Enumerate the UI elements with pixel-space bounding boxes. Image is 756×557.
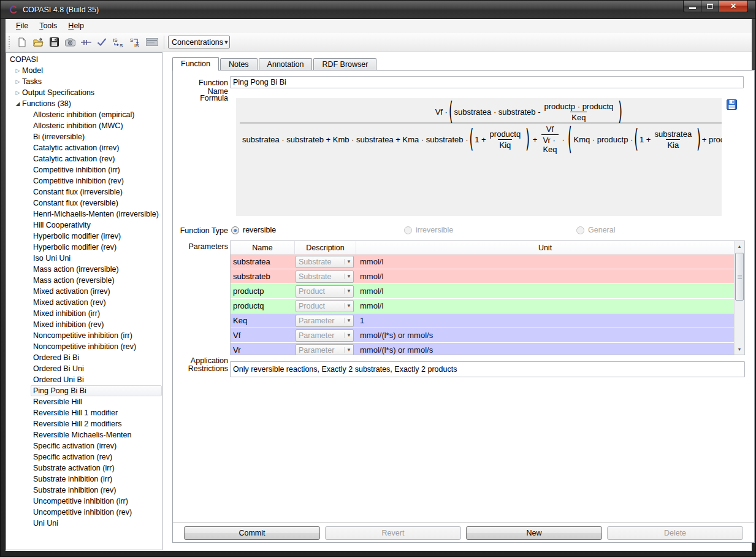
function-name-input[interactable]: Ping Pong Bi Bi <box>230 76 744 88</box>
parameter-unit-cell[interactable]: mmol/l <box>356 257 734 266</box>
minimize-button[interactable] <box>683 1 701 12</box>
description-combobox[interactable]: Parameter <box>296 344 354 355</box>
tree-item-specific-activation-rev[interactable]: Specific activation (rev) <box>6 451 162 463</box>
miriam-button[interactable] <box>145 35 159 50</box>
parameter-name-cell[interactable]: Keq <box>231 316 295 325</box>
tree-item-ping-pong-bi-bi[interactable]: Ping Pong Bi Bi <box>31 385 162 396</box>
parameter-name-cell[interactable]: Vr <box>231 345 295 355</box>
commit-button[interactable]: Commit <box>184 526 320 540</box>
parameter-unit-cell[interactable]: 1 <box>356 316 734 325</box>
tree-item-ordered-uni-bi[interactable]: Ordered Uni Bi <box>6 374 162 385</box>
concentrations-combobox[interactable]: Concentrations <box>168 36 230 48</box>
convert-is-to-s-button[interactable]: IS S <box>110 35 126 50</box>
tree-item-model[interactable]: Model <box>6 65 162 76</box>
parameter-unit-cell[interactable]: mmol/l <box>356 286 734 296</box>
tree-item-ordered-bi-bi[interactable]: Ordered Bi Bi <box>6 352 162 363</box>
description-combobox[interactable]: Product <box>296 300 354 312</box>
tree-item-mixed-activation-irrev[interactable]: Mixed activation (irrev) <box>6 286 162 297</box>
scrollbar-track[interactable] <box>735 252 744 344</box>
description-combobox[interactable]: Parameter <box>296 329 354 342</box>
tree-item-reversible-michaelis-menten[interactable]: Reversible Michaelis-Menten <box>6 429 162 440</box>
parameter-name-cell[interactable]: substrateb <box>231 272 295 281</box>
parameter-unit-cell[interactable]: mmol/(l*s) or mmol/s <box>356 345 734 355</box>
tree-item-mixed-inhibition-irr[interactable]: Mixed inhibition (irr) <box>6 308 162 319</box>
description-combobox[interactable]: Product <box>296 285 354 298</box>
tree-item-specific-activation-irrev[interactable]: Specific activation (irrev) <box>6 440 162 451</box>
parameter-unit-cell[interactable]: mmol/l <box>356 301 734 310</box>
scrollbar-thumb[interactable] <box>735 253 744 301</box>
tree-item-substrate-inhibition-irr[interactable]: Substrate inhibition (irr) <box>6 474 162 485</box>
parameter-name-cell[interactable]: productq <box>231 301 295 310</box>
save-button[interactable] <box>47 35 61 50</box>
tree-item-substrate-activation-irr[interactable]: Substrate activation (irr) <box>6 463 162 474</box>
tree-item-iso-uni-uni[interactable]: Iso Uni Uni <box>6 253 162 264</box>
tree-item-catalytic-activation-irrev[interactable]: Catalytic activation (irrev) <box>6 142 162 153</box>
menu-help[interactable]: Help <box>63 20 90 32</box>
description-combobox[interactable]: Parameter <box>296 315 354 327</box>
parameter-unit-cell[interactable]: mmol/(l*s) or mmol/s <box>356 331 734 340</box>
tree-item-uncompetitive-inhibition-irr[interactable]: Uncompetitive inhibition (irr) <box>6 496 162 507</box>
tree-item-competitive-inhibition-rev[interactable]: Competitive inhibition (rev) <box>6 175 162 186</box>
tree-item-allosteric-inhibition-empirical[interactable]: Allosteric inhibition (empirical) <box>6 109 162 120</box>
tree-item-mixed-activation-rev[interactable]: Mixed activation (rev) <box>6 297 162 308</box>
new-file-button[interactable] <box>15 35 29 50</box>
tab-function[interactable]: Function <box>172 57 219 71</box>
tree-expanded-icon[interactable] <box>13 98 22 109</box>
tree-item-uni-uni[interactable]: Uni Uni <box>6 518 162 529</box>
toolbar-grip[interactable] <box>8 36 11 49</box>
close-button[interactable]: ✕ <box>719 1 748 12</box>
tree-item-output-specifications[interactable]: Output Specifications <box>6 87 162 98</box>
tree-item-uncompetitive-inhibition-rev[interactable]: Uncompetitive inhibition (rev) <box>6 507 162 518</box>
tree-item-copasi[interactable]: COPASI <box>6 54 162 65</box>
tree-collapsed-icon[interactable] <box>13 65 22 76</box>
radio-button-icon[interactable] <box>231 226 239 234</box>
tree-item-constant-flux-irreversible[interactable]: Constant flux (irreversible) <box>6 186 162 198</box>
tree-item-allosteric-inhibition-mwc[interactable]: Allosteric inhibition (MWC) <box>6 120 162 131</box>
scroll-down-icon[interactable] <box>735 344 744 355</box>
tree-item-mass-action-reversible[interactable]: Mass action (reversible) <box>6 275 162 286</box>
maximize-button[interactable] <box>701 1 719 12</box>
tree-item-mass-action-irreversible[interactable]: Mass action (irreversible) <box>6 264 162 275</box>
tab-annotation[interactable]: Annotation <box>259 58 313 70</box>
tree-item-mixed-inhibition-rev[interactable]: Mixed inhibition (rev) <box>6 319 162 330</box>
tree-item-reversible-hill-2-modifiers[interactable]: Reversible Hill 2 modifiers <box>6 418 162 429</box>
tree-item-hyperbolic-modifier-rev[interactable]: Hyperbolic modifier (rev) <box>6 242 162 253</box>
tree-item-reversible-hill[interactable]: Reversible Hill <box>6 396 162 407</box>
tree-item-reversible-hill-1-modifier[interactable]: Reversible Hill 1 modifier <box>6 407 162 418</box>
save-formula-button[interactable] <box>727 99 737 110</box>
new-button[interactable]: New <box>466 526 602 540</box>
slider-button[interactable] <box>78 35 93 50</box>
tree-collapsed-icon[interactable] <box>13 87 22 98</box>
tree-item-ordered-bi-uni[interactable]: Ordered Bi Uni <box>6 363 162 374</box>
parameter-unit-cell[interactable]: mmol/l <box>356 272 734 281</box>
open-file-button[interactable] <box>31 35 45 50</box>
tree-item-constant-flux-reversible[interactable]: Constant flux (reversible) <box>6 198 162 209</box>
tree-collapsed-icon[interactable] <box>13 76 22 87</box>
tree-item-noncompetitive-inhibition-rev[interactable]: Noncompetitive inhibition (rev) <box>6 341 162 352</box>
scroll-up-icon[interactable] <box>735 241 744 252</box>
menu-tools[interactable]: Tools <box>34 20 63 32</box>
tree-item-hyperbolic-modifier-irrev[interactable]: Hyperbolic modifier (irrev) <box>6 231 162 242</box>
parameter-name-cell[interactable]: Vf <box>231 331 295 340</box>
tab-rdf-browser[interactable]: RDF Browser <box>313 58 376 70</box>
tree-item-hill-cooperativity[interactable]: Hill Cooperativity <box>6 220 162 231</box>
tree-item-bi-irreversible[interactable]: Bi (irreversible) <box>6 131 162 142</box>
tree-item-tasks[interactable]: Tasks <box>6 76 162 87</box>
tab-notes[interactable]: Notes <box>220 58 258 70</box>
menu-file[interactable]: File <box>10 20 34 32</box>
snapshot-button[interactable] <box>63 35 77 50</box>
tree-item-substrate-inhibition-rev[interactable]: Substrate inhibition (rev) <box>6 485 162 496</box>
convert-s-to-is-button[interactable]: S IS <box>128 35 143 50</box>
tree-item-functions-38[interactable]: Functions (38) <box>6 98 162 109</box>
description-combobox[interactable]: Substrate <box>296 271 354 283</box>
tree-item-competitive-inhibition-irr[interactable]: Competitive inhibition (irr) <box>6 164 162 175</box>
description-combobox[interactable]: Substrate <box>296 256 354 268</box>
check-model-button[interactable] <box>94 35 109 50</box>
parameter-name-cell[interactable]: productp <box>231 286 295 296</box>
radio-reversible[interactable]: reversible <box>231 224 276 236</box>
tree-item-catalytic-activation-rev[interactable]: Catalytic activation (rev) <box>6 153 162 164</box>
parameter-name-cell[interactable]: substratea <box>231 257 295 266</box>
tree-item-henri-michaelis-menten-irreversible[interactable]: Henri-Michaelis-Menten (irreversible) <box>6 209 162 220</box>
tree-item-noncompetitive-inhibition-irr[interactable]: Noncompetitive inhibition (irr) <box>6 330 162 341</box>
application-restrictions-input[interactable]: Only reversible reactions, Exactly 2 sub… <box>230 361 745 377</box>
